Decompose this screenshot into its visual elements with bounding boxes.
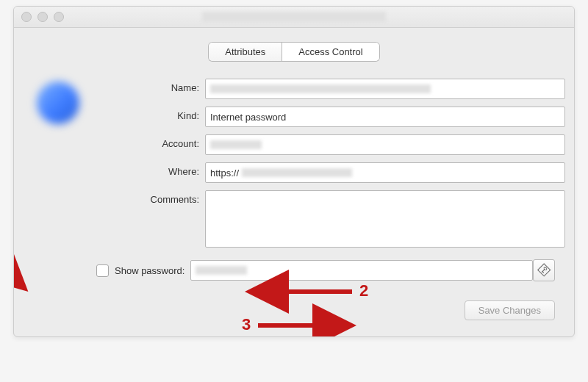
label-where: Where: (96, 162, 199, 177)
key-icon: ⚿ (535, 262, 553, 279)
annotation-1-arrow (14, 246, 25, 289)
item-icon (37, 82, 79, 124)
segmented-control: Attributes Access Control (209, 43, 379, 61)
tab-access-control[interactable]: Access Control (282, 43, 379, 61)
name-field[interactable] (205, 79, 565, 99)
form: Name: Kind: Internet password (96, 79, 555, 320)
window-title (202, 12, 386, 22)
where-field[interactable]: https:// (205, 162, 565, 183)
dialog-window: Attributes Access Control Name: (13, 6, 575, 337)
minimize-icon[interactable] (37, 12, 48, 22)
label-kind: Kind: (96, 107, 199, 121)
comments-field[interactable] (205, 190, 565, 248)
account-field[interactable] (205, 134, 565, 155)
label-show-password: Show password: (115, 265, 184, 276)
label-name: Name: (96, 79, 199, 93)
label-account: Account: (96, 134, 199, 149)
where-host (242, 168, 352, 177)
titlebar (14, 7, 574, 28)
tab-bar: Attributes Access Control (14, 28, 574, 71)
close-icon[interactable] (21, 12, 32, 22)
tab-attributes[interactable]: Attributes (209, 43, 282, 61)
password-field[interactable] (190, 260, 533, 281)
kind-field[interactable]: Internet password (205, 107, 565, 127)
account-value (210, 140, 262, 149)
name-value (210, 84, 431, 93)
label-comments: Comments: (96, 190, 199, 205)
kind-value: Internet password (210, 112, 286, 123)
zoom-icon[interactable] (54, 12, 64, 22)
key-button[interactable]: ⚿ (533, 259, 555, 281)
content-area: Name: Kind: Internet password (14, 71, 574, 336)
where-protocol: https:// (210, 167, 239, 179)
show-password-checkbox[interactable] (96, 264, 109, 277)
save-changes-button[interactable]: Save Changes (465, 300, 555, 320)
window-controls (21, 12, 64, 22)
password-value (196, 266, 247, 275)
